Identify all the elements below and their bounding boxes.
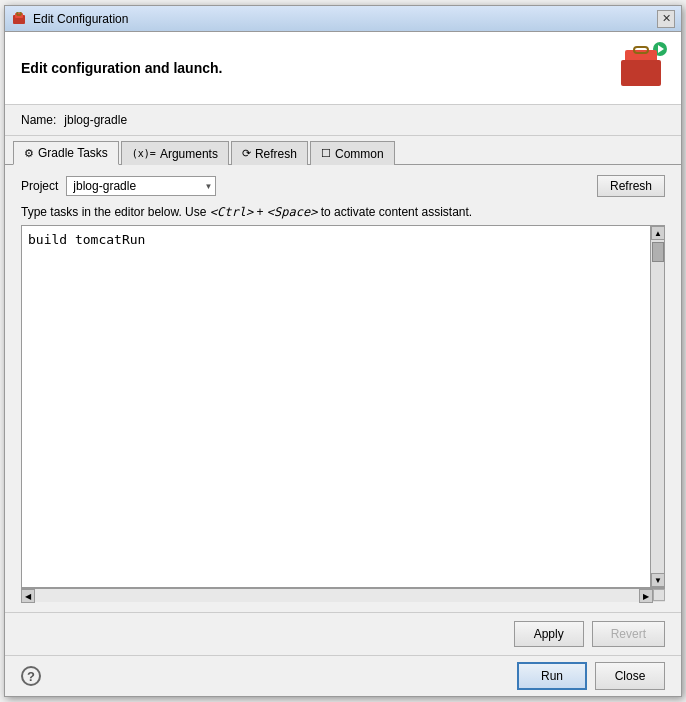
header-icon-area bbox=[617, 44, 665, 92]
refresh-tab-icon: ⟳ bbox=[242, 147, 251, 160]
tab-gradle-tasks[interactable]: ⚙ Gradle Tasks bbox=[13, 141, 119, 165]
gradle-tasks-icon: ⚙ bbox=[24, 147, 34, 160]
footer-buttons: Run Close bbox=[517, 662, 665, 690]
horizontal-scrollbar[interactable]: ◀ ▶ bbox=[21, 588, 665, 602]
editor-wrapper: build tomcatRun ▲ ▼ bbox=[21, 225, 665, 588]
run-button[interactable]: Run bbox=[517, 662, 587, 690]
hint-after: to activate content assistant. bbox=[317, 205, 472, 219]
scroll-up-button[interactable]: ▲ bbox=[651, 226, 665, 240]
hint-ctrl: <Ctrl> bbox=[210, 205, 253, 219]
scroll-right-button[interactable]: ▶ bbox=[639, 589, 653, 603]
arguments-icon: (x)= bbox=[132, 148, 156, 159]
scroll-down-button[interactable]: ▼ bbox=[651, 573, 665, 587]
title-bar: Edit Configuration ✕ bbox=[5, 6, 681, 32]
header-title: Edit configuration and launch. bbox=[21, 60, 222, 76]
tab-common[interactable]: ☐ Common bbox=[310, 141, 395, 165]
help-button[interactable]: ? bbox=[21, 666, 41, 686]
revert-button[interactable]: Revert bbox=[592, 621, 665, 647]
tabs-row: ⚙ Gradle Tasks (x)= Arguments ⟳ Refresh … bbox=[5, 136, 681, 165]
scroll-thumb-v[interactable] bbox=[652, 242, 664, 262]
apply-button[interactable]: Apply bbox=[514, 621, 584, 647]
toolbox-body bbox=[621, 60, 661, 86]
common-icon: ☐ bbox=[321, 147, 331, 160]
tab-common-label: Common bbox=[335, 147, 384, 161]
name-value: jblog-gradle bbox=[64, 113, 127, 127]
tab-refresh-label: Refresh bbox=[255, 147, 297, 161]
project-select-wrapper: jblog-gradle bbox=[66, 176, 216, 196]
project-left: Project jblog-gradle bbox=[21, 176, 216, 196]
project-select[interactable]: jblog-gradle bbox=[66, 176, 216, 196]
hint-plus: + bbox=[253, 205, 267, 219]
content-area: Project jblog-gradle Refresh Type tasks … bbox=[5, 165, 681, 612]
scrollbar-corner bbox=[653, 589, 665, 601]
header-area: Edit configuration and launch. bbox=[5, 32, 681, 105]
hint-text: Type tasks in the editor below. Use <Ctr… bbox=[21, 205, 665, 219]
toolbox-handle bbox=[633, 46, 649, 54]
tab-arguments-label: Arguments bbox=[160, 147, 218, 161]
main-window: Edit Configuration ✕ Edit configuration … bbox=[4, 5, 682, 697]
project-row: Project jblog-gradle Refresh bbox=[21, 175, 665, 197]
editor-content[interactable]: build tomcatRun bbox=[22, 226, 650, 587]
scroll-left-button[interactable]: ◀ bbox=[21, 589, 35, 603]
hint-space: <Space> bbox=[267, 205, 318, 219]
tab-arguments[interactable]: (x)= Arguments bbox=[121, 141, 229, 165]
name-label: Name: bbox=[21, 113, 56, 127]
hint-before: Type tasks in the editor below. Use bbox=[21, 205, 210, 219]
vertical-scrollbar[interactable]: ▲ ▼ bbox=[650, 226, 664, 587]
window-title: Edit Configuration bbox=[33, 12, 657, 26]
bottom-actions: Apply Revert bbox=[5, 612, 681, 655]
close-button[interactable]: Close bbox=[595, 662, 665, 690]
scroll-track-h bbox=[35, 589, 639, 602]
window-close-button[interactable]: ✕ bbox=[657, 10, 675, 28]
name-row: Name: jblog-gradle bbox=[5, 105, 681, 136]
window-icon bbox=[11, 11, 27, 27]
footer-row: ? Run Close bbox=[5, 655, 681, 696]
tab-gradle-tasks-label: Gradle Tasks bbox=[38, 146, 108, 160]
editor-text: build tomcatRun bbox=[28, 232, 145, 247]
refresh-button[interactable]: Refresh bbox=[597, 175, 665, 197]
toolbox-icon bbox=[621, 50, 661, 86]
tab-refresh[interactable]: ⟳ Refresh bbox=[231, 141, 308, 165]
project-label: Project bbox=[21, 179, 58, 193]
scroll-track-v bbox=[651, 264, 664, 573]
tabs-area: ⚙ Gradle Tasks (x)= Arguments ⟳ Refresh … bbox=[5, 136, 681, 165]
